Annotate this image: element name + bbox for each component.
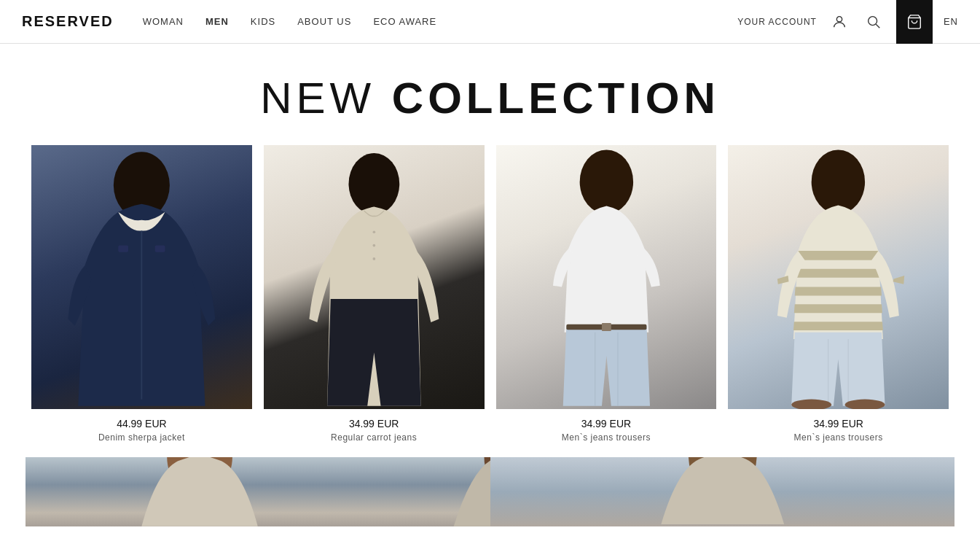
svg-point-12 [579,149,632,214]
second-image-2 [490,457,955,526]
your-account-label[interactable]: YOUR ACCOUNT [737,17,817,27]
product-card-2[interactable]: 34.99 EUR Regular carrot jeans [258,145,490,457]
svg-point-0 [836,16,842,21]
product-name-1: Denim sherpa jacket [98,432,185,443]
product-card-4[interactable]: 34.99 EUR Men`s jeans trousers [722,145,954,457]
header-left: RESERVED WOMAN MEN KIDS ABOUT US ECO AWA… [22,13,436,30]
svg-rect-14 [601,323,611,331]
product-info-4: 34.99 EUR Men`s jeans trousers [794,409,883,457]
product-card-3[interactable]: 34.99 EUR Men`s jeans trousers [490,145,723,457]
product-price-2: 34.99 EUR [331,418,417,429]
svg-point-11 [372,257,375,260]
svg-rect-6 [118,246,128,252]
nav-about-us[interactable]: ABOUT US [297,16,351,27]
language-button[interactable]: EN [944,16,958,27]
product-price-3: 34.99 EUR [562,418,651,429]
nav-woman[interactable]: WOMAN [143,16,184,27]
product-grid: 44.99 EUR Denim sherpa jacket [0,145,980,457]
nav-kids[interactable]: KIDS [251,16,275,27]
svg-point-17 [812,149,865,214]
nav-men[interactable]: MEN [205,16,229,27]
product-image-4 [728,145,949,409]
product-info-2: 34.99 EUR Regular carrot jeans [331,409,417,457]
second-row [0,457,980,526]
svg-point-9 [372,230,375,233]
product-name-3: Men`s jeans trousers [562,432,651,443]
product-info-1: 44.99 EUR Denim sherpa jacket [98,409,185,457]
site-header: RESERVED WOMAN MEN KIDS ABOUT US ECO AWA… [0,0,980,44]
product-price-1: 44.99 EUR [98,418,185,429]
header-right: YOUR ACCOUNT EN [737,0,958,44]
product-image-2 [264,145,485,409]
product-card-1[interactable]: 44.99 EUR Denim sherpa jacket [26,145,258,457]
hero-title: NEW COLLECTION [0,44,980,145]
second-figure-2 [490,457,955,526]
cart-icon-button[interactable] [896,0,933,44]
product-figure-4 [728,145,949,409]
second-figure-1 [26,457,490,526]
second-card-2[interactable] [490,457,955,526]
product-figure-3 [496,145,717,409]
search-icon-button[interactable] [862,10,885,34]
product-name-2: Regular carrot jeans [331,432,417,443]
product-name-4: Men`s jeans trousers [794,432,883,443]
nav-eco-aware[interactable]: ECO AWARE [373,16,436,27]
main-nav: WOMAN MEN KIDS ABOUT US ECO AWARE [143,16,437,27]
cart-icon [906,14,922,30]
account-icon-button[interactable] [828,10,851,34]
product-info-3: 34.99 EUR Men`s jeans trousers [562,409,651,457]
search-icon [866,14,882,30]
product-figure-1 [31,145,252,409]
svg-point-1 [869,16,877,25]
product-figure-2 [264,145,485,409]
second-image-1 [26,457,490,526]
hero-title-light: NEW [260,74,392,122]
svg-line-2 [876,24,879,28]
hero-title-bold: COLLECTION [392,74,720,122]
svg-point-8 [348,153,399,214]
logo[interactable]: RESERVED [22,13,114,30]
user-icon [831,14,847,30]
svg-point-10 [372,244,375,247]
product-image-1 [31,145,252,409]
product-image-3 [496,145,717,409]
svg-rect-7 [155,246,165,252]
product-price-4: 34.99 EUR [794,418,883,429]
second-card-1[interactable] [26,457,490,526]
